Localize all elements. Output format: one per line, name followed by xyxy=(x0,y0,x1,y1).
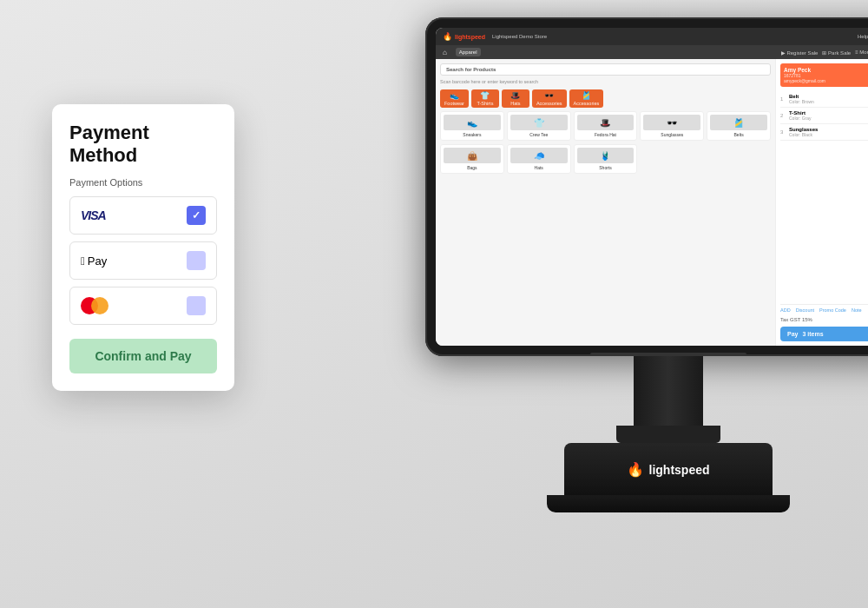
pos-stand: 🔥 lightspeed Lightspeed Demo Store Help … xyxy=(417,17,868,512)
sneakers-image: 👟 xyxy=(444,115,501,130)
pos-header-right: Help Admin M xyxy=(858,34,868,39)
pos-app: 🔥 lightspeed Lightspeed Demo Store Help … xyxy=(436,28,868,346)
shorts-image: 🩱 xyxy=(577,148,635,163)
nav-register-sale[interactable]: ▶ Register Sale xyxy=(781,50,819,56)
cat-accessories-2[interactable]: 🎽 Accessories xyxy=(569,89,604,108)
cart-pay-button[interactable]: Pay 3 items $280.60 xyxy=(780,327,868,341)
pos-logo: 🔥 lightspeed xyxy=(443,32,485,41)
payment-options: VISA ✓  Pay xyxy=(69,196,217,325)
visa-option[interactable]: VISA ✓ xyxy=(69,196,217,235)
item-3-variant: Color: Black xyxy=(789,132,868,137)
belts-image: 🎽 xyxy=(710,115,767,130)
item-2-num: 2 xyxy=(780,113,787,118)
tablet: 🔥 lightspeed Lightspeed Demo Store Help … xyxy=(425,17,868,356)
cart-promo-btn[interactable]: Promo Code xyxy=(819,307,846,313)
apple-pay-option[interactable]:  Pay xyxy=(69,241,217,280)
product-fedora[interactable]: 🎩 Fedora Hat xyxy=(574,111,638,141)
cart-item-2: 2 T-Shirt Color: Gray 25.00 xyxy=(780,108,868,124)
cat-accessories[interactable]: 🕶️ Accessories xyxy=(532,89,567,108)
apple-icon:  xyxy=(81,254,85,268)
pos-flame-icon: 🔥 xyxy=(443,32,452,41)
visa-option-left: VISA xyxy=(81,208,106,222)
bags-image: 👜 xyxy=(444,148,501,163)
mastercard-checkbox[interactable] xyxy=(187,296,206,315)
fedora-image: 🎩 xyxy=(577,115,635,130)
mastercard-left xyxy=(81,297,108,314)
cat-tshirts[interactable]: 👕 T-Shirts xyxy=(471,89,499,108)
nav-apparel[interactable]: Apparel xyxy=(456,48,481,56)
pos-products: Search for Products Scan barcode here or… xyxy=(436,59,775,346)
product-crewtee[interactable]: 👕 Crew Tee xyxy=(507,111,571,141)
payment-modal: Payment Method Payment Options VISA ✓  … xyxy=(52,104,234,391)
cart-tax-label: Tax GST 15% xyxy=(780,317,812,322)
pos-nav: ⌂ Apparel ▶ Register Sale ⊞ Park Sale ≡ … xyxy=(436,45,868,59)
cat-hats[interactable]: 🎩 Hats xyxy=(502,89,529,108)
cart-actions: ADD Discount Promo Code Note xyxy=(780,304,868,315)
item-3-info: Sunglasses Color: Black xyxy=(789,127,868,137)
item-1-info: Belt Color: Brown xyxy=(789,94,868,104)
mastercard-option[interactable] xyxy=(69,287,217,325)
stand-base: 🔥 lightspeed xyxy=(564,443,773,495)
cart-add-btn[interactable]: ADD xyxy=(780,307,791,313)
apple-pay-label: Pay xyxy=(88,254,107,268)
product-sunglasses[interactable]: 🕶️ Sunglasses xyxy=(640,111,704,141)
mastercard-logo xyxy=(81,297,108,314)
modal-title: Payment Method xyxy=(69,122,217,167)
mc-circle-right xyxy=(91,297,108,314)
stand-brand-text: lightspeed xyxy=(648,462,709,476)
apple-pay-left:  Pay xyxy=(81,254,107,268)
cat-footwear[interactable]: 👟 Footwear xyxy=(440,89,469,108)
apple-pay-checkbox[interactable] xyxy=(187,251,206,270)
customer-email: amypeck@gmail.com xyxy=(784,78,868,83)
crewtee-image: 👕 xyxy=(510,115,568,130)
product-shorts[interactable]: 🩱 Shorts xyxy=(574,144,638,174)
product-grid-row1: 👟 Sneakers 👕 Crew Tee 🎩 Fedora Hat xyxy=(440,111,771,141)
cart-item-1: 1 Belt Color: Brown 79.00 xyxy=(780,91,868,108)
cart-discount-btn[interactable]: Discount xyxy=(796,307,814,313)
item-1-num: 1 xyxy=(780,96,787,102)
nav-home-icon[interactable]: ⌂ xyxy=(443,49,447,56)
product-hats[interactable]: 🧢 Hats xyxy=(507,144,571,174)
cart-item-3: 3 Sunglasses Color: Black 40.00 xyxy=(780,124,868,141)
check-icon: ✓ xyxy=(192,209,201,221)
product-categories: 👟 Footwear 👕 T-Shirts 🎩 Hats xyxy=(440,89,771,108)
cart-customer[interactable]: Amy Peck 1672781 amypeck@gmail.com xyxy=(780,63,868,87)
product-bags[interactable]: 👜 Bags xyxy=(440,144,504,174)
cart-tax-row: Tax GST 15% $35.60 xyxy=(780,315,868,324)
nav-park-sale[interactable]: ⊞ Park Sale xyxy=(822,50,851,56)
nav-more[interactable]: ≡ More Actions... xyxy=(855,50,868,56)
pos-cart: Amy Peck 1672781 amypeck@gmail.com 1 Bel… xyxy=(775,59,868,346)
cart-items: 1 Belt Color: Brown 79.00 2 T-Shi xyxy=(780,91,868,302)
visa-checkbox[interactable]: ✓ xyxy=(187,206,206,225)
stand-base-bottom xyxy=(547,495,790,512)
item-2-variant: Color: Gray xyxy=(789,116,868,121)
hats-image: 🧢 xyxy=(510,148,568,163)
pos-header: 🔥 lightspeed Lightspeed Demo Store Help … xyxy=(436,28,868,45)
product-grid-row2: 👜 Bags 🧢 Hats 🩱 Shorts xyxy=(440,144,771,174)
item-1-variant: Color: Brown xyxy=(789,99,868,104)
product-belts[interactable]: 🎽 Belts xyxy=(707,111,771,141)
sunglasses-image: 🕶️ xyxy=(643,115,700,130)
tablet-screen: 🔥 lightspeed Lightspeed Demo Store Help … xyxy=(436,28,868,346)
customer-name: Amy Peck xyxy=(784,67,868,73)
pos-search-bar[interactable]: Search for Products xyxy=(440,63,771,76)
header-help[interactable]: Help xyxy=(858,34,868,39)
modal-section-label: Payment Options xyxy=(69,177,217,188)
pos-logo-text: lightspeed xyxy=(455,34,485,40)
cart-note-btn[interactable]: Note xyxy=(852,307,862,313)
stand-neck xyxy=(634,356,703,443)
item-3-num: 3 xyxy=(780,129,787,135)
pos-main: Search for Products Scan barcode here or… xyxy=(436,59,868,346)
pos-store-name: Lightspeed Demo Store xyxy=(492,34,547,39)
confirm-pay-button[interactable]: Confirm and Pay xyxy=(69,339,217,373)
search-label: Search for Products xyxy=(446,67,496,72)
apple-pay-logo:  Pay xyxy=(81,254,107,268)
search-hint: Scan barcode here or enter keyword to se… xyxy=(440,79,771,84)
visa-logo: VISA xyxy=(81,208,106,222)
stand-brand-label: 🔥 lightspeed xyxy=(627,461,709,478)
item-2-info: T-Shirt Color: Gray xyxy=(789,110,868,121)
pay-label: Pay 3 items xyxy=(787,331,824,337)
product-sneakers[interactable]: 👟 Sneakers xyxy=(440,111,504,141)
stand-flame-icon: 🔥 xyxy=(627,461,644,478)
